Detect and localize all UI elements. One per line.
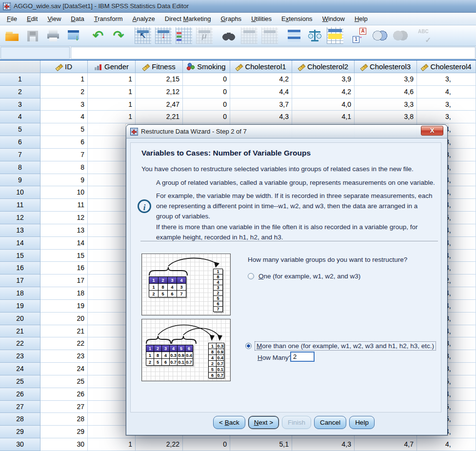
data-cell[interactable]: 1 bbox=[88, 73, 136, 86]
redo-icon[interactable]: ↷ bbox=[110, 27, 127, 44]
menu-item-extensions[interactable]: Extensions bbox=[277, 13, 317, 24]
data-cell[interactable]: 3,9 bbox=[292, 73, 355, 86]
data-cell[interactable]: 21 bbox=[40, 325, 88, 338]
row-number[interactable]: 25 bbox=[0, 375, 40, 388]
data-cell[interactable]: 4,0 bbox=[292, 98, 355, 111]
row-number[interactable]: 16 bbox=[0, 262, 40, 275]
goto-variable-icon[interactable]: ↓ bbox=[155, 27, 172, 44]
open-file-icon[interactable] bbox=[4, 27, 20, 44]
row-number[interactable]: 13 bbox=[0, 224, 40, 237]
row-number[interactable]: 19 bbox=[0, 300, 40, 313]
descriptives-icon[interactable]: μ bbox=[196, 27, 213, 44]
data-cell[interactable]: 17 bbox=[40, 275, 88, 287]
data-cell[interactable]: 6 bbox=[40, 136, 88, 149]
data-cell[interactable]: 2,15 bbox=[136, 73, 183, 86]
data-cell[interactable]: 0 bbox=[183, 86, 230, 98]
row-number[interactable]: 24 bbox=[0, 363, 40, 375]
weight-cases-icon[interactable] bbox=[306, 27, 323, 44]
show-all-variables-icon[interactable] bbox=[372, 27, 388, 44]
recall-dialogs-icon[interactable]: ↓ bbox=[65, 27, 82, 44]
row-number[interactable]: 9 bbox=[0, 174, 40, 187]
print-icon[interactable] bbox=[45, 27, 61, 44]
data-cell[interactable]: 1 bbox=[88, 111, 136, 123]
cell-edit-field[interactable] bbox=[71, 47, 476, 59]
goto-case-icon[interactable]: ↖ bbox=[135, 27, 151, 44]
row-number[interactable]: 10 bbox=[0, 186, 40, 199]
row-number[interactable]: 22 bbox=[0, 337, 40, 350]
data-cell[interactable]: 4,4 bbox=[230, 86, 292, 98]
data-cell[interactable]: 4 bbox=[40, 111, 88, 123]
data-cell[interactable]: 0 bbox=[183, 73, 230, 86]
split-file-icon[interactable] bbox=[286, 27, 302, 44]
data-cell[interactable]: 3,8 bbox=[355, 111, 417, 123]
column-header-id[interactable]: ID bbox=[40, 60, 88, 73]
radio-option-one[interactable]: One (for example, w1, w2, and w3) bbox=[248, 272, 362, 280]
data-cell[interactable]: 1 bbox=[88, 98, 136, 111]
row-number[interactable]: 2 bbox=[0, 86, 40, 98]
data-cell[interactable]: 2,21 bbox=[136, 111, 183, 123]
find-icon[interactable] bbox=[220, 27, 237, 44]
data-cell[interactable]: 22 bbox=[40, 337, 88, 350]
row-number[interactable]: 21 bbox=[0, 325, 40, 338]
variables-icon[interactable] bbox=[176, 27, 192, 44]
close-icon[interactable]: X bbox=[421, 126, 443, 136]
data-cell[interactable]: 3 bbox=[40, 98, 88, 111]
row-number[interactable]: 1 bbox=[0, 73, 40, 86]
data-cell[interactable]: 5,1 bbox=[230, 438, 292, 451]
row-number[interactable]: 20 bbox=[0, 313, 40, 325]
row-number[interactable]: 30 bbox=[0, 438, 40, 451]
data-cell[interactable]: 0 bbox=[183, 111, 230, 123]
insert-variable-icon[interactable] bbox=[261, 27, 278, 44]
data-cell[interactable]: 24 bbox=[40, 363, 88, 375]
data-cell[interactable]: 26 bbox=[40, 388, 88, 401]
row-number[interactable]: 5 bbox=[0, 123, 40, 136]
dialog-titlebar[interactable]: Restructure Data Wizard - Step 2 of 7 X bbox=[126, 124, 448, 138]
select-sets-icon[interactable] bbox=[392, 27, 409, 44]
cell-reference-box[interactable] bbox=[0, 47, 70, 59]
row-number[interactable]: 27 bbox=[0, 401, 40, 413]
column-header-gender[interactable]: Gender bbox=[88, 60, 136, 73]
menu-item-utilities[interactable]: Utilities bbox=[246, 13, 277, 24]
radio-icon[interactable] bbox=[248, 273, 254, 279]
undo-icon[interactable]: ↶ bbox=[90, 27, 106, 44]
data-cell[interactable]: 3,9 bbox=[355, 73, 417, 86]
back-button[interactable]: < Back bbox=[213, 416, 245, 429]
row-number[interactable]: 11 bbox=[0, 199, 40, 212]
menu-item-direct-marketing[interactable]: Direct Marketing bbox=[160, 13, 216, 24]
column-header-smoking[interactable]: Smoking bbox=[183, 60, 230, 73]
data-cell[interactable]: 28 bbox=[40, 413, 88, 426]
grid-corner-cell[interactable] bbox=[0, 60, 40, 73]
data-cell[interactable]: 4,1 bbox=[292, 111, 355, 123]
row-number[interactable]: 14 bbox=[0, 237, 40, 250]
menu-item-help[interactable]: Help bbox=[350, 13, 373, 24]
data-cell[interactable]: 2 bbox=[40, 86, 88, 98]
data-cell[interactable]: 1 bbox=[88, 438, 136, 451]
spell-check-icon[interactable]: ✓ bbox=[416, 27, 433, 44]
data-cell[interactable]: 20 bbox=[40, 313, 88, 325]
data-cell[interactable]: 7 bbox=[40, 149, 88, 161]
data-cell[interactable]: 2,22 bbox=[136, 438, 183, 451]
data-cell[interactable]: 29 bbox=[40, 426, 88, 438]
data-cell[interactable]: 23 bbox=[40, 350, 88, 363]
data-cell[interactable]: 3,3 bbox=[355, 98, 417, 111]
column-header-cholesterol1[interactable]: Cholesterol1 bbox=[230, 60, 292, 73]
radio-option-more-than-one[interactable]: More than one (for example, w1, w2, w3 a… bbox=[245, 341, 436, 351]
data-cell[interactable]: 13 bbox=[40, 224, 88, 237]
data-cell[interactable]: 12 bbox=[40, 212, 88, 224]
data-cell[interactable]: 3, bbox=[417, 73, 476, 86]
row-number[interactable]: 4 bbox=[0, 111, 40, 123]
menu-item-graphs[interactable]: Graphs bbox=[216, 13, 246, 24]
data-cell[interactable]: 14 bbox=[40, 237, 88, 250]
data-cell[interactable]: 3,7 bbox=[230, 98, 292, 111]
menu-item-transform[interactable]: Transform bbox=[89, 13, 128, 24]
data-cell[interactable]: 3, bbox=[417, 111, 476, 123]
data-cell[interactable]: 2,47 bbox=[136, 98, 183, 111]
data-cell[interactable]: 4,2 bbox=[292, 86, 355, 98]
data-cell[interactable]: 30 bbox=[40, 438, 88, 451]
row-number[interactable]: 17 bbox=[0, 275, 40, 287]
row-number[interactable]: 15 bbox=[0, 250, 40, 262]
row-number[interactable]: 7 bbox=[0, 149, 40, 161]
data-cell[interactable]: 4,6 bbox=[355, 86, 417, 98]
data-cell[interactable]: 4,3 bbox=[230, 111, 292, 123]
data-cell[interactable]: 11 bbox=[40, 199, 88, 212]
